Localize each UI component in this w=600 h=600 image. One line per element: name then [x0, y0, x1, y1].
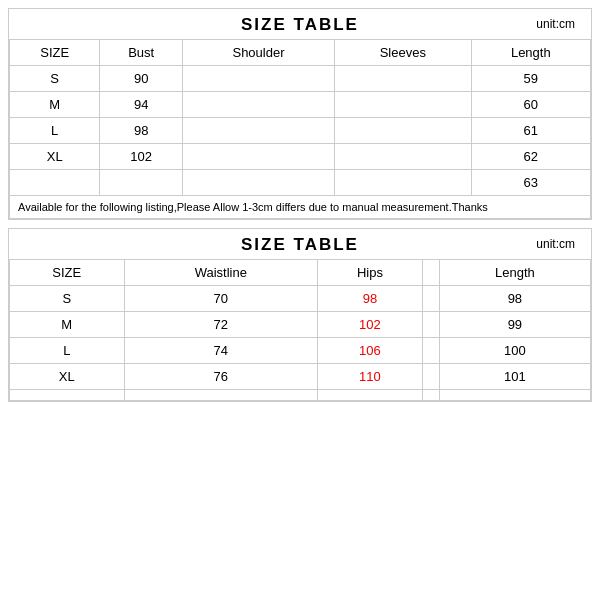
table-row: M9460: [10, 92, 591, 118]
table1-col-sleeves: Sleeves: [335, 40, 472, 66]
table-row: 63: [10, 170, 591, 196]
page: SIZE TABLE unit:cm SIZE Bust Shoulder Sl…: [0, 0, 600, 600]
table1-header-row: SIZE Bust Shoulder Sleeves Length: [10, 40, 591, 66]
table1-note: Available for the following listing,Plea…: [10, 196, 591, 219]
table-row: XL76110101: [10, 364, 591, 390]
table-row: S709898: [10, 286, 591, 312]
table-row: XL10262: [10, 144, 591, 170]
table1-col-shoulder: Shoulder: [182, 40, 334, 66]
table2-col-waistline: Waistline: [124, 260, 317, 286]
table1-title-row: SIZE TABLE unit:cm: [9, 9, 591, 39]
table2-grid: SIZE Waistline Hips Length S709898M72102…: [9, 259, 591, 401]
table2-title-row: SIZE TABLE unit:cm: [9, 229, 591, 259]
table-row: L74106100: [10, 338, 591, 364]
table1-unit: unit:cm: [536, 17, 575, 31]
table1-col-bust: Bust: [100, 40, 183, 66]
table2-title: SIZE TABLE: [241, 235, 359, 254]
table-row: [10, 390, 591, 401]
table-row: M7210299: [10, 312, 591, 338]
table2-header-row: SIZE Waistline Hips Length: [10, 260, 591, 286]
table-row: L9861: [10, 118, 591, 144]
size-table-2: SIZE TABLE unit:cm SIZE Waistline Hips L…: [8, 228, 592, 402]
table2-col-length: Length: [439, 260, 590, 286]
table1-grid: SIZE Bust Shoulder Sleeves Length S9059M…: [9, 39, 591, 219]
table2-col-size: SIZE: [10, 260, 125, 286]
table2-col-empty: [422, 260, 439, 286]
table1-col-size: SIZE: [10, 40, 100, 66]
table-row: S9059: [10, 66, 591, 92]
table2-unit: unit:cm: [536, 237, 575, 251]
table1-title: SIZE TABLE: [241, 15, 359, 34]
table2-col-hips: Hips: [318, 260, 423, 286]
size-table-1: SIZE TABLE unit:cm SIZE Bust Shoulder Sl…: [8, 8, 592, 220]
table1-col-length: Length: [471, 40, 590, 66]
table1-note-row: Available for the following listing,Plea…: [10, 196, 591, 219]
